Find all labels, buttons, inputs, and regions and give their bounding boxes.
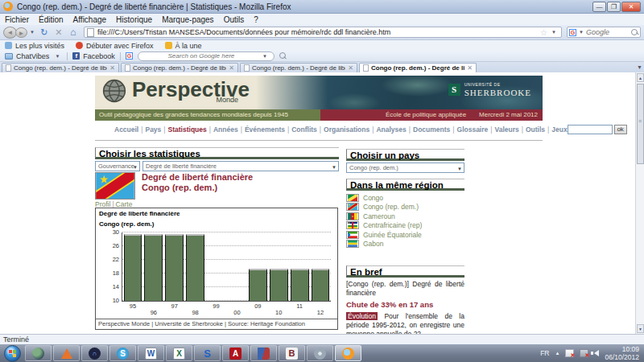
history-dropdown-icon[interactable]: ▼ [27,30,37,35]
region-item-centrafricaine[interactable]: Centrafricaine (rep) [346,221,475,231]
addon-search-dropdown-icon[interactable]: ▼ [260,54,270,59]
taskbar-disc[interactable] [307,345,333,361]
nav-glossaire[interactable]: Glossaire [450,125,488,134]
taskbar-firefox[interactable] [335,345,361,361]
tab-3[interactable]: Congo (rep. dem.) - Degré de libert... ✕ [240,63,357,72]
nav-statistiques[interactable]: Statistiques [161,125,206,134]
taskbar-word[interactable]: W [138,345,164,361]
bookmark-headlines[interactable]: À la une [165,42,202,50]
chart: Degré de liberté financière Congo (rep. … [95,208,338,330]
search-magnifier-icon[interactable] [631,29,638,36]
tab-close-icon[interactable]: ✕ [348,64,353,72]
tab-close-icon[interactable]: ✕ [109,64,115,72]
nav-accueil[interactable]: Accueil [114,125,138,134]
region-item-gabon[interactable]: Gabon [346,240,475,249]
menu-affichage[interactable]: Affichage [73,15,107,24]
language-indicator[interactable]: FR [540,349,549,357]
scrollbar-thumb[interactable] [637,84,644,164]
tab-4-active[interactable]: Congo (rep. dem.) - Degré de libe... ✕ [359,63,477,72]
country-select[interactable]: Congo (rep. dem.) [346,162,464,173]
chatvibes-button[interactable]: ChatVibes ▼ [5,52,62,60]
taskbar-sync[interactable]: S [194,345,221,361]
action-center-icon[interactable] [565,349,574,357]
chatvibes-dropdown-icon[interactable]: ▼ [52,54,62,59]
nav-jeux[interactable]: Jeux [545,125,568,134]
tray-expand-icon[interactable]: ▲ [555,351,560,356]
menu-marque-pages[interactable]: Marque-pages [162,15,213,24]
bookmark-most-visited[interactable]: Les plus visités [5,42,64,50]
university-logo[interactable]: S UNIVERSITÉ DE SHERBROOKE [448,82,531,97]
scroll-up-icon[interactable]: ▲ [637,73,644,82]
region-item-cameroun[interactable]: Cameroun [346,212,475,221]
menu-outils[interactable]: Outils [224,15,245,24]
nav-outils[interactable]: Outils [519,125,545,134]
site-search-input[interactable] [568,125,613,134]
chart-bar-11 [291,269,309,302]
nav-conflits[interactable]: Conflits [285,125,317,134]
vlc-icon [61,348,72,359]
scroll-down-icon[interactable]: ▼ [637,324,644,333]
search-engine-dropdown-icon[interactable]: ▼ [576,30,586,35]
region-item-congo-rdc[interactable]: Congo (rep. dem.) [346,203,475,212]
taskbar-b-app[interactable]: B [279,345,305,361]
addon-search-bar[interactable]: ▼ [138,51,275,61]
minimize-button[interactable]: — [592,2,606,12]
menu-historique[interactable]: Historique [116,15,152,24]
tab-close-icon[interactable]: ✕ [467,64,473,72]
facebook-button[interactable]: f Facebook [72,52,115,60]
start-orb-icon[interactable] [4,345,21,362]
search-bar[interactable]: G ▼ [567,27,641,38]
vertical-scrollbar[interactable]: ▲ ▼ [635,72,644,334]
skype-icon: S [117,348,129,360]
nav-analyses[interactable]: Analyses [369,125,407,134]
site-search-ok-button[interactable]: ok [614,125,627,134]
taskbar-skype[interactable]: S [109,345,136,361]
site-logo[interactable]: Perspective Monde [101,77,250,104]
region-item-guinee-equatoriale[interactable]: Guinée Équatoriale [346,230,475,240]
forward-button[interactable]: ► [15,27,27,38]
clock[interactable]: 10:09 06/10/2012 [605,345,639,361]
menu-edition[interactable]: Édition [39,15,64,24]
nav-documents[interactable]: Documents [407,125,451,134]
stop-icon[interactable]: ✕ [52,27,65,38]
nav-organisations[interactable]: Organisations [317,125,369,134]
addon-search-magnifier-icon[interactable] [279,52,287,60]
title-bar: Congo (rep. dem.) - Degré de liberté fin… [0,0,644,14]
flag-congo-icon [346,194,359,202]
chart-y-tick: 18 [100,269,119,277]
bookmark-getting-started[interactable]: Débuter avec Firefox [76,42,154,50]
taskbar-vlc[interactable] [53,345,80,361]
volume-icon[interactable] [594,350,599,356]
menu-fichier[interactable]: Fichier [5,15,29,24]
nav-evenements[interactable]: Événements [238,125,285,134]
google-toolbar-icon[interactable]: G [126,52,133,60]
nav-pays[interactable]: Pays [138,125,161,134]
menu-aide[interactable]: ? [254,15,258,24]
statistic-select[interactable]: Degré de liberté financière [142,161,339,171]
taskbar-browser-globe[interactable] [25,345,52,361]
tab-close-icon[interactable]: ✕ [229,64,234,72]
network-icon[interactable] [580,349,588,357]
addon-search-input[interactable] [142,52,260,60]
category-select[interactable]: Gouvernance [95,161,140,171]
nav-valeurs[interactable]: Valeurs [488,125,518,134]
home-icon[interactable]: ⌂ [67,27,80,38]
taskbar-adobe[interactable]: A [222,345,249,361]
taskbar-excel[interactable]: X [166,345,192,361]
taskbar-headphones[interactable]: ∩ [81,345,108,361]
tab-2[interactable]: Congo (rep. dem.) - Degré de libert... ✕ [121,63,238,72]
nav-annees[interactable]: Années [207,125,238,134]
close-button[interactable]: ✕ [621,2,641,12]
url-input[interactable] [97,28,539,36]
region-item-congo[interactable]: Congo [346,193,475,203]
search-input[interactable] [586,28,631,36]
taskbar-book[interactable] [250,345,277,361]
url-dropdown-icon[interactable]: ▼ [549,30,559,35]
bookmark-star-icon[interactable]: ☆ [539,28,549,37]
url-bar[interactable]: ☆ ▼ [84,27,562,38]
reload-icon[interactable]: ↻ [38,27,51,38]
tab-1[interactable]: Congo (rep. dem.) - Degré de libert... ✕ [2,63,119,72]
tab-list-dropdown-icon[interactable]: ▼ [637,64,642,70]
restore-button[interactable]: ❐ [607,2,621,12]
drc-flag[interactable] [95,172,135,200]
